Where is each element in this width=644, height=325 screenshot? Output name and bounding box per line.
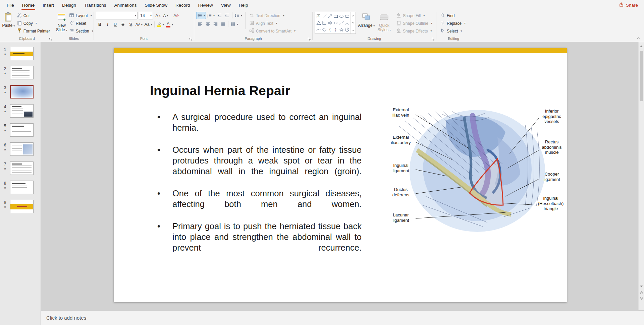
bullets-button[interactable] [196, 12, 206, 19]
thumbnail-row-6[interactable]: 6★ [2, 142, 41, 156]
tab-home[interactable]: Home [18, 0, 39, 10]
thumbnail-row-8[interactable]: 8★ [2, 181, 41, 194]
thumbnail-row-2[interactable]: 2★ [2, 66, 41, 79]
shape-star[interactable] [338, 26, 344, 33]
cut-button[interactable]: Cut [15, 12, 52, 19]
text-direction-button[interactable]: Text Direction [248, 12, 297, 19]
gallery-scroll-down-button[interactable] [351, 19, 356, 26]
columns-button[interactable] [229, 20, 239, 28]
shape-fill-button[interactable]: Shape Fill [394, 12, 434, 19]
scrollbar-thumb[interactable] [640, 51, 643, 101]
clipboard-dialog-launcher[interactable] [49, 38, 53, 41]
slide-canvas-area[interactable]: Inguinal Hernia Repair A surgical proced… [41, 42, 644, 310]
tab-insert[interactable]: Insert [39, 0, 58, 10]
align-center-button[interactable] [204, 20, 212, 28]
animation-star-icon[interactable]: ★ [4, 110, 6, 113]
copy-button[interactable]: Copy [15, 20, 52, 27]
slide-thumbnail[interactable] [10, 142, 34, 156]
shape-outline-button[interactable]: Shape Outline [394, 20, 434, 27]
shape-rounded-rectangle[interactable] [344, 13, 350, 19]
italic-button[interactable]: I [104, 21, 111, 28]
scroll-down-button[interactable] [639, 283, 644, 289]
tab-review[interactable]: Review [194, 0, 217, 10]
align-text-button[interactable]: Align Text [248, 20, 297, 27]
animation-star-icon[interactable]: ★ [4, 205, 6, 208]
character-spacing-button[interactable]: AV [135, 21, 143, 28]
shape-double-arrow[interactable] [333, 19, 338, 26]
animation-star-icon[interactable]: ★ [4, 186, 6, 189]
select-button[interactable]: Select [438, 27, 467, 35]
paragraph-dialog-launcher[interactable] [308, 38, 311, 41]
gallery-scroll-up-button[interactable] [351, 12, 356, 19]
shape-effects-button[interactable]: Shape Effects [394, 27, 434, 35]
collapse-ribbon-button[interactable] [635, 36, 641, 41]
slide-title[interactable]: Inguinal Hernia Repair [150, 83, 290, 98]
slide-body-textbox[interactable]: A surgical procedure used to correct an … [154, 112, 362, 264]
shape-arc[interactable] [344, 19, 350, 26]
share-button[interactable]: Share [613, 0, 644, 10]
slide-thumbnail[interactable] [10, 161, 34, 175]
animation-star-icon[interactable]: ★ [4, 129, 6, 132]
paste-button[interactable]: Paste [2, 12, 15, 28]
font-size-input[interactable] [140, 13, 149, 18]
thumbnail-row-4[interactable]: 4★ [2, 104, 41, 118]
decrease-indent-button[interactable] [216, 12, 223, 19]
shape-line[interactable] [321, 13, 327, 19]
align-left-button[interactable] [196, 20, 204, 28]
shape-right-brace[interactable]: } [333, 26, 338, 33]
arrange-button[interactable]: Arrange [358, 12, 375, 28]
tab-help[interactable]: Help [235, 0, 252, 10]
current-slide[interactable]: Inguinal Hernia Repair A surgical proced… [114, 48, 567, 302]
shape-triangle[interactable] [316, 19, 321, 26]
shape-left-brace[interactable]: { [327, 26, 333, 33]
decrease-font-size-button[interactable]: A▼ [162, 12, 170, 19]
reset-button[interactable]: Reset [67, 20, 95, 27]
line-spacing-button[interactable] [233, 12, 243, 19]
shape-curve[interactable] [338, 19, 344, 26]
tab-design[interactable]: Design [58, 0, 80, 10]
previous-slide-button[interactable] [639, 289, 644, 296]
scroll-up-button[interactable] [639, 43, 644, 49]
slide-thumbnail[interactable] [10, 200, 34, 213]
font-name-combo[interactable] [96, 12, 138, 19]
tab-view[interactable]: View [217, 0, 235, 10]
font-name-input[interactable] [97, 13, 134, 18]
notes-pane[interactable]: Click to add notes [41, 310, 644, 325]
animation-star-icon[interactable]: ★ [4, 167, 6, 170]
gallery-more-button[interactable] [351, 26, 356, 34]
justify-button[interactable] [219, 20, 227, 28]
drawing-dialog-launcher[interactable] [431, 38, 435, 41]
find-button[interactable]: Find [438, 12, 467, 19]
format-painter-button[interactable]: Format Painter [15, 27, 52, 35]
thumbnail-row-9[interactable]: 9★ [2, 200, 41, 213]
section-button[interactable]: Section [67, 27, 95, 35]
animation-star-icon[interactable]: ★ [4, 148, 6, 151]
align-right-button[interactable] [212, 20, 219, 28]
increase-indent-button[interactable] [223, 12, 231, 19]
animation-star-icon[interactable]: ★ [4, 72, 6, 75]
next-slide-button[interactable] [639, 296, 644, 302]
quick-styles-button[interactable]: Quick Styles [375, 12, 393, 32]
vertical-scrollbar[interactable] [638, 42, 644, 310]
shape-rectangle[interactable] [333, 13, 338, 19]
thumbnail-row-1[interactable]: 1★ [2, 47, 41, 60]
new-slide-button[interactable]: New Slide [56, 12, 67, 32]
strikethrough-button[interactable]: S [119, 21, 127, 28]
thumbnail-row-3[interactable]: 3★ [2, 85, 41, 99]
slide-thumbnail-panel[interactable]: 1★ 2★ 3★ 4★ 5★ 6★ [0, 42, 41, 325]
slide-thumbnail[interactable] [10, 181, 34, 194]
clear-formatting-button[interactable]: A [172, 12, 180, 19]
font-dialog-launcher[interactable] [189, 38, 193, 41]
tab-record[interactable]: Record [171, 0, 194, 10]
change-case-button[interactable]: Aa [143, 21, 153, 28]
animation-star-icon[interactable]: ★ [4, 53, 6, 56]
replace-button[interactable]: Replace [438, 20, 467, 27]
tab-file[interactable]: File [3, 0, 18, 10]
shape-textbox[interactable]: A [316, 13, 321, 19]
tab-slide-show[interactable]: Slide Show [141, 0, 171, 10]
shape-diamond[interactable] [321, 26, 327, 33]
text-highlight-color-button[interactable] [156, 21, 165, 28]
slide-thumbnail[interactable] [10, 123, 34, 137]
shape-pie[interactable] [344, 26, 350, 33]
shape-oval[interactable] [338, 13, 344, 19]
